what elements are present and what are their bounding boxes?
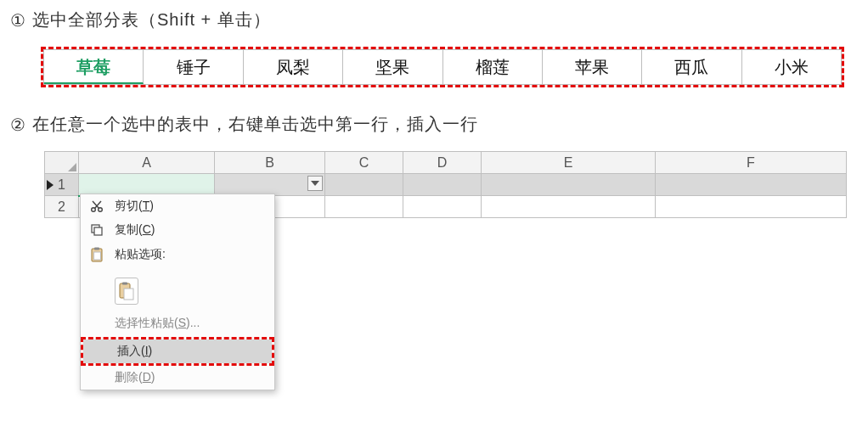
ctx-paste-special[interactable]: 选择性粘贴(S)...	[81, 311, 274, 335]
cell-F1[interactable]	[656, 174, 847, 196]
copy-icon	[87, 223, 106, 237]
cell-E2[interactable]	[482, 196, 656, 218]
paste-default-icon[interactable]	[115, 278, 138, 305]
step-2-text: 在任意一个选中的表中，右键单击选中第一行，插入一行	[32, 113, 478, 136]
col-header-F[interactable]: F	[656, 152, 847, 174]
clipboard-icon	[87, 247, 106, 262]
ctx-delete[interactable]: 删除(D)	[81, 366, 274, 390]
svg-rect-5	[94, 227, 102, 235]
cell-D2[interactable]	[403, 196, 482, 218]
cell-F2[interactable]	[656, 196, 847, 218]
sheet-tabs: 草莓 锤子 凤梨 坚果 榴莲 苹果 西瓜 小米	[43, 49, 842, 85]
context-menu: 剪切(T) 复制(C) 粘贴选项: 选择性粘贴(S)...	[80, 194, 275, 390]
ctx-insert-label: 插入(I)	[117, 344, 263, 359]
col-header-C[interactable]: C	[325, 152, 403, 174]
step-1-text: 选中全部分表（Shift + 单击）	[32, 8, 271, 31]
step-1-heading: ① 选中全部分表（Shift + 单击）	[10, 8, 858, 31]
sheet-tab-3[interactable]: 坚果	[343, 50, 442, 84]
sheet-tab-0[interactable]: 草莓	[44, 50, 144, 84]
cell-E1[interactable]	[482, 174, 656, 196]
col-header-B[interactable]: B	[215, 152, 325, 174]
row-header-2[interactable]: 2	[45, 196, 79, 218]
sheet-tab-6[interactable]: 西瓜	[642, 50, 741, 84]
sheet-tab-7[interactable]: 小米	[742, 50, 841, 84]
sheet-tab-1[interactable]: 锤子	[144, 50, 243, 84]
step-2-heading: ② 在任意一个选中的表中，右键单击选中第一行，插入一行	[10, 113, 858, 136]
ctx-paste-special-label: 选择性粘贴(S)...	[115, 316, 266, 331]
ctx-paste-buttons	[115, 274, 274, 311]
sheet-tab-5[interactable]: 苹果	[543, 50, 642, 84]
ctx-copy[interactable]: 复制(C)	[81, 218, 274, 242]
ctx-delete-label: 删除(D)	[115, 370, 266, 385]
svg-rect-7	[94, 248, 99, 250]
cell-D1[interactable]	[403, 174, 482, 196]
ctx-cut-label: 剪切(T)	[115, 199, 266, 214]
step-1-number: ①	[10, 10, 25, 31]
svg-rect-10	[122, 283, 127, 285]
cell-A1[interactable]: 立	[79, 174, 215, 196]
select-all-corner[interactable]	[45, 152, 79, 174]
ctx-insert[interactable]: 插入(I)	[83, 339, 272, 363]
col-header-E[interactable]: E	[482, 152, 656, 174]
svg-rect-11	[124, 289, 133, 300]
cell-B1[interactable]: 草	[215, 174, 325, 196]
ctx-copy-label: 复制(C)	[115, 222, 266, 238]
spreadsheet-area: A B C D E F 1 立 草	[10, 151, 858, 390]
sheet-tabs-highlight: 草莓 锤子 凤梨 坚果 榴莲 苹果 西瓜 小米	[41, 47, 844, 87]
svg-rect-8	[94, 252, 101, 260]
step-2-number: ②	[10, 115, 25, 135]
filter-icon[interactable]	[307, 176, 323, 191]
sheet-tab-2[interactable]: 凤梨	[244, 50, 343, 84]
ctx-paste-label: 粘贴选项:	[115, 247, 266, 262]
ctx-insert-highlight: 插入(I)	[81, 337, 274, 366]
cell-C1[interactable]	[325, 174, 403, 196]
scissors-icon	[87, 199, 106, 213]
col-header-D[interactable]: D	[403, 152, 482, 174]
sheet-tab-4[interactable]: 榴莲	[443, 50, 543, 84]
cell-C2[interactable]	[325, 196, 403, 218]
col-header-A[interactable]: A	[79, 152, 215, 174]
ctx-cut[interactable]: 剪切(T)	[81, 194, 274, 218]
ctx-paste-options: 粘贴选项:	[81, 242, 274, 274]
row-header-1[interactable]: 1	[45, 174, 79, 196]
